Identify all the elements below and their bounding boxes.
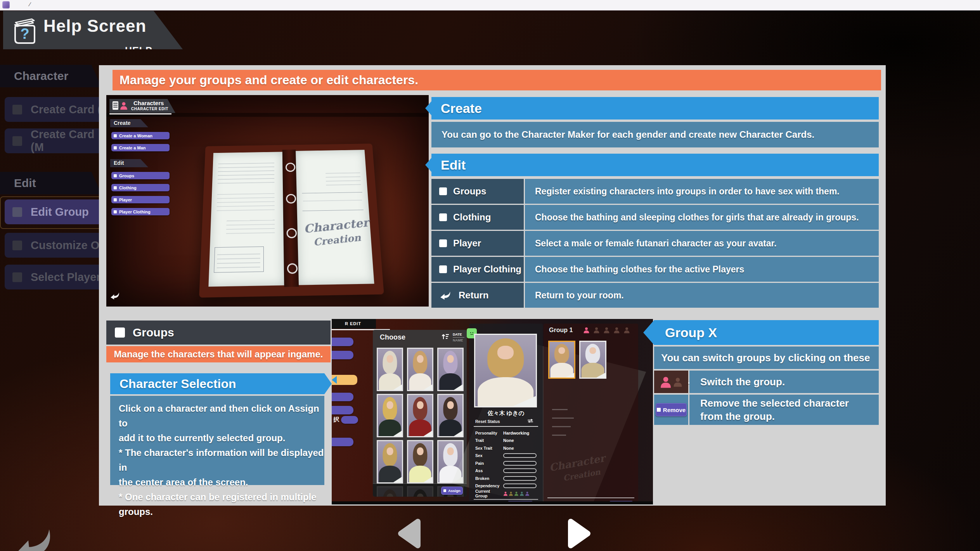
row-label-cell: Player [431, 231, 524, 256]
character-grid [377, 348, 464, 497]
selection-arrow-icon [332, 376, 337, 384]
book-page-right: Character Creation [296, 150, 374, 285]
portrait-face [497, 346, 514, 359]
faint-text-line [552, 418, 574, 419]
character-thumbnail[interactable] [437, 394, 464, 437]
row-label: Player [453, 238, 481, 249]
row-label: Return [459, 290, 488, 301]
checkbox-icon [12, 136, 22, 146]
group-x-row-switch: Switch the group. [654, 371, 879, 393]
person-icon [673, 377, 683, 387]
sidebar-item-customize-outfit[interactable]: Customize Ou [5, 233, 109, 258]
person-icon [660, 376, 672, 388]
row-label-cell: Groups [431, 179, 524, 204]
binder-ring [286, 228, 297, 238]
group-panel: Group 1 Remove [544, 324, 638, 502]
section-title: Groups [133, 326, 174, 339]
sidebar-item-select-player[interactable]: Select Player [5, 265, 109, 289]
assign-button[interactable]: Assign [441, 487, 463, 495]
screenshot-group-edit: R EDIT 択 Character Creation Choose [332, 319, 653, 504]
divider [547, 497, 634, 498]
sidebar-item-label: Create Card (F [31, 103, 108, 116]
stat-label: Pain [475, 461, 503, 466]
stat-value: None [503, 446, 514, 451]
character-info-panel: 佐々木 ゆきの Reset Status Personality Hardwor… [469, 324, 543, 502]
person-icon-slot [119, 101, 128, 111]
return-arrow-icon [439, 290, 452, 300]
create-man-button[interactable]: Create a Man [111, 144, 170, 151]
stat-row: Trait None [475, 437, 538, 445]
person-icon [519, 491, 524, 496]
player-clothing-button[interactable]: Player Clothing [111, 208, 170, 215]
sort-by-date[interactable]: DATE [453, 333, 462, 336]
stat-label: Sex [475, 453, 503, 458]
clothing-button[interactable]: Clothing [111, 184, 170, 191]
groups-section-subtitle: Manage the characters that will appear i… [106, 346, 331, 362]
checkbox-icon [657, 408, 661, 412]
edit-row-return: Return Return to your room. [431, 283, 879, 308]
checkbox-icon [12, 207, 22, 217]
faint-text-line [552, 409, 568, 410]
book-page-left [208, 152, 284, 287]
screenshot-character-edit: Character Creation Characters CHARACTER … [106, 95, 429, 307]
row-label: Groups [453, 186, 486, 197]
stat-bar [503, 453, 537, 458]
page-text-lines [218, 159, 275, 185]
character-thumbnail[interactable] [407, 440, 433, 483]
row-label-cell: Player Clothing [431, 257, 524, 282]
checkbox-icon [12, 105, 22, 114]
divider [474, 426, 538, 427]
person-icon [603, 327, 610, 333]
character-thumbnail[interactable] [377, 440, 403, 483]
stat-row: Broken [475, 475, 538, 482]
next-page-button[interactable] [564, 517, 595, 550]
group-member-thumbnail[interactable] [579, 341, 606, 379]
group-member-thumbnail[interactable] [548, 341, 575, 379]
banner-title: Characters [133, 100, 164, 106]
banner-underline [109, 113, 171, 114]
character-thumbnail[interactable] [407, 348, 433, 391]
create-woman-button[interactable]: Create a Woman [111, 132, 170, 139]
page-stamp-box [214, 246, 264, 273]
panel-header: Manage your groups and create or edit ch… [113, 70, 881, 90]
reset-status-label[interactable]: Reset Status [475, 419, 500, 424]
page-text-lines [303, 162, 359, 165]
character-thumbnail[interactable] [377, 348, 403, 391]
player-button[interactable]: Player [111, 196, 170, 203]
row-description: Select a male or female futanari charact… [525, 231, 879, 256]
character-creation-book: Character Creation [199, 144, 384, 298]
sort-icon[interactable] [441, 333, 450, 340]
person-icon [525, 491, 530, 496]
return-arrow-icon[interactable] [109, 291, 121, 300]
group-switch-icons[interactable] [583, 327, 630, 333]
sidebar-header-character: Character [0, 65, 102, 87]
create-section-header: Create [431, 97, 879, 120]
remove-button[interactable]: Remove [656, 403, 687, 416]
sidebar-item-edit-group[interactable]: Edit Group [5, 199, 109, 224]
stat-bar [503, 468, 537, 473]
sort-by-name[interactable]: NAME [453, 338, 463, 342]
character-thumbnail[interactable] [377, 394, 403, 437]
section-title: Group X [665, 325, 717, 340]
prev-page-button[interactable] [394, 517, 423, 550]
character-thumbnail[interactable] [437, 348, 464, 391]
menu-button-fragment [332, 438, 353, 446]
checkbox-icon [439, 239, 447, 247]
checkbox-icon [439, 213, 447, 221]
row-description: Register existing characters into groups… [525, 179, 879, 204]
person-icon [509, 491, 513, 496]
section-title: Create [441, 101, 482, 116]
assign-bar: Assign [373, 483, 467, 497]
sidebar-item-label: Create Card (M [31, 128, 109, 154]
letterbox-bar [332, 501, 653, 504]
sidebar-item-label: Customize Ou [31, 239, 106, 252]
row-description: Return to your room. [525, 283, 879, 308]
page-text-lines [326, 169, 361, 187]
character-thumbnail[interactable] [407, 394, 433, 437]
menu-button-fragment [332, 338, 353, 346]
group-x-header: Group X [654, 320, 879, 345]
sidebar-item-create-card-female[interactable]: Create Card (F [5, 97, 109, 122]
sidebar-item-create-card-male[interactable]: Create Card (M [5, 128, 109, 153]
groups-button[interactable]: Groups [111, 172, 170, 179]
refresh-icon[interactable] [527, 418, 533, 423]
